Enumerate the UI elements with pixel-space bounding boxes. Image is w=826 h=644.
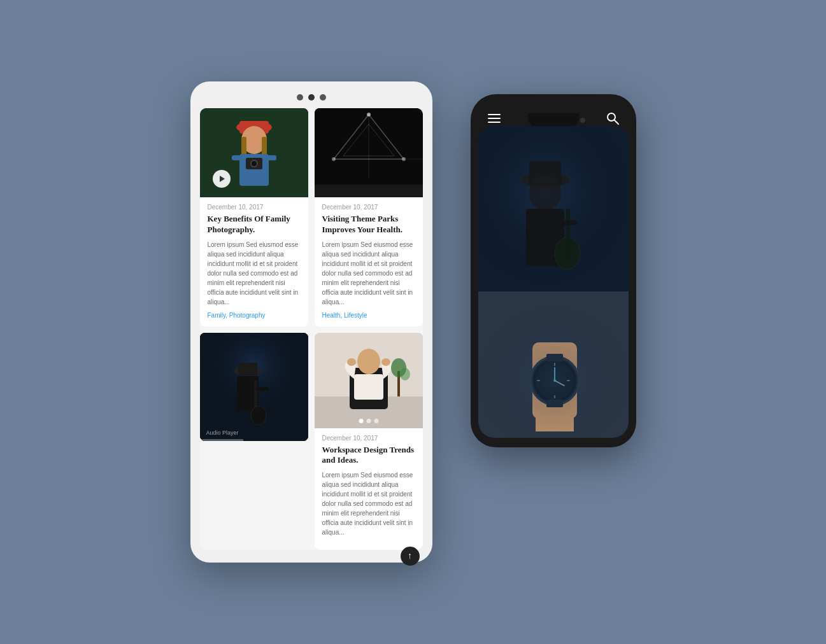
svg-rect-32 bbox=[354, 374, 383, 400]
workspace-design-title: Workspace Design Trends and Ideas. bbox=[322, 445, 415, 466]
svg-point-27 bbox=[332, 157, 336, 161]
svg-point-18 bbox=[251, 406, 266, 425]
watch-hand-image: MANAGEMENT The Pomodoro Technique Really… bbox=[478, 291, 629, 438]
management-article[interactable]: MANAGEMENT The Pomodoro Technique Really… bbox=[478, 291, 629, 438]
cdot-3 bbox=[374, 419, 378, 423]
svg-point-33 bbox=[347, 358, 356, 366]
cdot-1 bbox=[359, 419, 363, 423]
audio-progress-bar[interactable] bbox=[200, 439, 243, 441]
phone-camera-dot bbox=[580, 118, 585, 123]
svg-rect-19 bbox=[256, 387, 269, 391]
architecture-image bbox=[315, 108, 423, 197]
theme-parks-title: Visiting Theme Parks Improves Your Healt… bbox=[322, 214, 415, 235]
svg-line-39 bbox=[615, 120, 618, 124]
musician-image-left: Audio Player bbox=[200, 333, 308, 441]
music-article[interactable]: MUSIC What Your Music Preference Says Ab… bbox=[478, 126, 629, 291]
tablet-dot-1 bbox=[297, 94, 303, 101]
play-button[interactable] bbox=[213, 170, 231, 188]
svg-point-31 bbox=[357, 349, 380, 374]
theme-parks-date: December 10, 2017 bbox=[322, 204, 415, 211]
phone-notch bbox=[528, 113, 579, 127]
svg-point-34 bbox=[381, 358, 390, 366]
audio-label: Audio Player bbox=[206, 430, 239, 436]
phone-screen: MUSIC What Your Music Preference Says Ab… bbox=[478, 126, 629, 438]
musician-image-phone: MUSIC What Your Music Preference Says Ab… bbox=[478, 126, 629, 291]
person-desk-image bbox=[315, 333, 423, 428]
hamburger-icon[interactable] bbox=[488, 114, 501, 123]
svg-rect-65 bbox=[478, 291, 629, 438]
hamburger-line-1 bbox=[488, 114, 501, 115]
tablet-dot-3 bbox=[320, 94, 326, 101]
scroll-up-button[interactable]: ↑ bbox=[401, 547, 420, 566]
svg-point-9 bbox=[252, 161, 257, 166]
workspace-design-content: December 10, 2017 Workspace Design Trend… bbox=[315, 428, 423, 550]
workspace-design-date: December 10, 2017 bbox=[322, 435, 415, 442]
hamburger-line-3 bbox=[488, 122, 501, 123]
svg-point-37 bbox=[400, 368, 410, 381]
tablet-device: December 10, 2017 Key Benefits Of Family… bbox=[190, 81, 432, 563]
svg-rect-49 bbox=[478, 126, 629, 291]
workspace-design-card[interactable]: December 10, 2017 Workspace Design Trend… bbox=[315, 333, 423, 550]
tablet-top-bar bbox=[200, 94, 423, 101]
svg-rect-11 bbox=[267, 155, 276, 160]
hamburger-menu[interactable] bbox=[488, 109, 501, 123]
tablet-screen: December 10, 2017 Key Benefits Of Family… bbox=[200, 108, 423, 550]
cdot-2 bbox=[366, 419, 371, 423]
svg-point-26 bbox=[402, 157, 406, 161]
tablet-dot-2 bbox=[308, 94, 315, 101]
svg-point-25 bbox=[367, 113, 371, 116]
devices-container: December 10, 2017 Key Benefits Of Family… bbox=[190, 81, 636, 563]
svg-point-38 bbox=[608, 113, 615, 121]
family-photography-content: December 10, 2017 Key Benefits Of Family… bbox=[200, 197, 308, 326]
tablet-col-1: December 10, 2017 Key Benefits Of Family… bbox=[200, 108, 308, 550]
family-photography-date: December 10, 2017 bbox=[208, 204, 301, 211]
theme-parks-card[interactable]: December 10, 2017 Visiting Theme Parks I… bbox=[315, 108, 423, 326]
theme-parks-tags[interactable]: Health, Lifestyle bbox=[322, 312, 415, 319]
svg-rect-10 bbox=[232, 155, 241, 160]
theme-parks-excerpt: Lorem ipsum Sed eiusmod esse aliqua sed … bbox=[322, 240, 415, 307]
phone-device: MUSIC What Your Music Preference Says Ab… bbox=[471, 94, 636, 447]
family-photography-excerpt: Lorem ipsum Sed eiusmod esse aliqua sed … bbox=[208, 240, 301, 307]
family-photography-title: Key Benefits Of Family Photography. bbox=[208, 214, 301, 235]
theme-parks-content: December 10, 2017 Visiting Theme Parks I… bbox=[315, 197, 423, 326]
family-photography-tags[interactable]: Family, Photography bbox=[208, 312, 301, 319]
carousel-dots bbox=[359, 419, 378, 423]
hamburger-line-2 bbox=[488, 118, 501, 119]
audio-player-card[interactable]: Audio Player bbox=[200, 333, 308, 441]
svg-rect-15 bbox=[238, 363, 257, 375]
woman-camera-image bbox=[200, 108, 308, 197]
family-photography-card[interactable]: December 10, 2017 Key Benefits Of Family… bbox=[200, 108, 308, 326]
tablet-col-2: December 10, 2017 Visiting Theme Parks I… bbox=[315, 108, 423, 550]
workspace-design-excerpt: Lorem ipsum Sed eiusmod esse aliqua sed … bbox=[322, 470, 415, 537]
